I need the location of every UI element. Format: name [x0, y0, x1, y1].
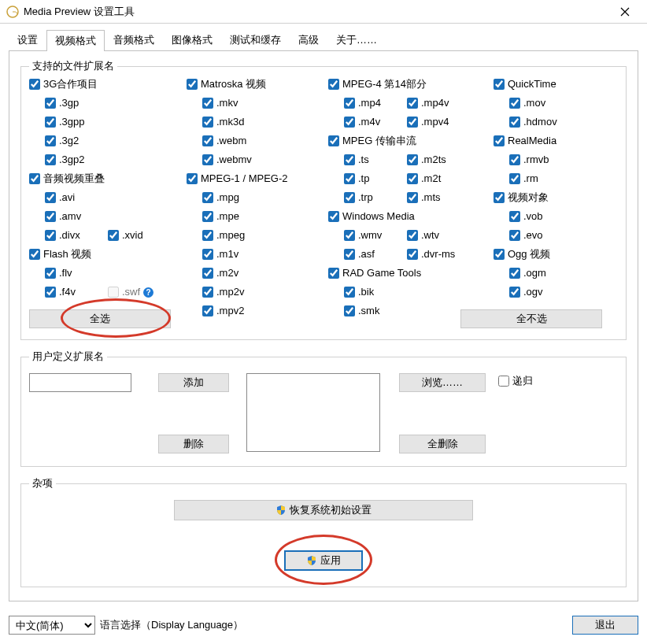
- ext-asf[interactable]: .asf: [344, 248, 375, 261]
- ext-trp[interactable]: .trp: [344, 191, 373, 204]
- ext-divx[interactable]: .divx: [45, 229, 80, 242]
- ext-dvrms[interactable]: .dvr-ms: [407, 248, 455, 261]
- ext-webm[interactable]: .webm: [202, 135, 246, 147]
- tab-3[interactable]: 图像格式: [163, 29, 221, 50]
- help-icon[interactable]: ?: [143, 287, 153, 298]
- ext-3gpp[interactable]: .3gpp: [45, 116, 85, 128]
- ext-label: .dvr-ms: [421, 248, 455, 261]
- ext-RealMedia[interactable]: RealMedia: [494, 135, 556, 147]
- delete-button[interactable]: 删除: [158, 435, 229, 453]
- window-title: Media Preview 设置工具: [24, 5, 608, 19]
- userdef-list[interactable]: [246, 373, 380, 452]
- ext-label: .tp: [358, 172, 369, 185]
- ext-mk3d[interactable]: .mk3d: [202, 116, 244, 128]
- ext-label: .mp4: [358, 97, 381, 109]
- ext-ogv[interactable]: .ogv: [509, 286, 543, 298]
- ext-bik[interactable]: .bik: [344, 286, 374, 298]
- ext-MPEG414[interactable]: MPEG-4 第14部分: [328, 78, 427, 91]
- ext-label: .divx: [59, 229, 80, 242]
- ext-rmvb[interactable]: .rmvb: [509, 154, 549, 166]
- ext-mov[interactable]: .mov: [509, 97, 545, 109]
- ext-[interactable]: 视频对象: [494, 191, 549, 204]
- ext-MPEG1MPEG2[interactable]: MPEG-1 / MPEG-2: [187, 172, 288, 185]
- ext-3gp[interactable]: .3gp: [45, 97, 79, 109]
- ext-rm[interactable]: .rm: [509, 172, 538, 185]
- restore-defaults-button[interactable]: 恢复系统初始设置: [174, 500, 473, 520]
- ext-label: QuickTime: [508, 78, 556, 91]
- ext-mpe[interactable]: .mpe: [202, 210, 239, 223]
- ext-wtv[interactable]: .wtv: [407, 229, 439, 242]
- ext-mpg[interactable]: .mpg: [202, 191, 239, 204]
- ext-mp2v[interactable]: .mp2v: [202, 286, 244, 298]
- ext-m1v[interactable]: .m1v: [202, 248, 238, 261]
- ext-flv[interactable]: .flv: [45, 267, 72, 279]
- apply-label: 应用: [320, 553, 341, 568]
- browse-button[interactable]: 浏览……: [399, 373, 486, 392]
- ext-wmv[interactable]: .wmv: [344, 229, 382, 242]
- ext-hdmov[interactable]: .hdmov: [509, 116, 557, 128]
- ext-label: Windows Media: [342, 210, 415, 223]
- language-select[interactable]: 中文(简体): [9, 616, 95, 635]
- delete-all-button[interactable]: 全删除: [399, 435, 486, 453]
- ext-Matroska[interactable]: Matroska 视频: [187, 78, 266, 91]
- ext-3g2[interactable]: .3g2: [45, 135, 79, 147]
- ext-mkv[interactable]: .mkv: [202, 97, 238, 109]
- ext-evo[interactable]: .evo: [509, 229, 543, 242]
- ext-m2t[interactable]: .m2t: [407, 172, 441, 185]
- userdef-input[interactable]: [29, 373, 131, 392]
- ext-label: RAD Game Tools: [342, 267, 421, 279]
- ext-ogm[interactable]: .ogm: [509, 267, 546, 279]
- ext-webmv[interactable]: .webmv: [202, 154, 252, 166]
- tab-6[interactable]: 关于……: [327, 29, 386, 50]
- ext-label: .m2v: [216, 267, 238, 279]
- ext-3gp2[interactable]: .3gp2: [45, 154, 85, 166]
- ext-mp4v[interactable]: .mp4v: [407, 97, 449, 109]
- ext-mts[interactable]: .mts: [407, 191, 441, 204]
- ext-3G[interactable]: 3G合作项目: [29, 78, 98, 91]
- ext-Ogg[interactable]: Ogg 视频: [494, 248, 550, 261]
- ext-label: 音频视频重叠: [43, 172, 105, 185]
- ext-QuickTime[interactable]: QuickTime: [494, 78, 556, 91]
- ext-ts[interactable]: .ts: [344, 154, 369, 166]
- ext-[interactable]: 音频视频重叠: [29, 172, 105, 185]
- ext-label: .ts: [358, 154, 369, 166]
- recursive-label: 递归: [512, 375, 533, 387]
- tab-4[interactable]: 测试和缓存: [221, 29, 290, 50]
- select-all-button[interactable]: 全选: [29, 309, 171, 328]
- apply-button[interactable]: 应用: [284, 550, 363, 571]
- ext-label: .mpe: [216, 210, 239, 223]
- select-none-button[interactable]: 全不选: [460, 309, 602, 328]
- ext-mpv4[interactable]: .mpv4: [407, 116, 449, 128]
- ext-smk[interactable]: .smk: [344, 305, 379, 317]
- ext-MPEG[interactable]: MPEG 传输串流: [328, 135, 416, 147]
- ext-RADGameTools[interactable]: RAD Game Tools: [328, 267, 421, 279]
- ext-Flash[interactable]: Flash 视频: [29, 248, 91, 261]
- tab-5[interactable]: 高级: [290, 29, 327, 50]
- ext-amv[interactable]: .amv: [45, 210, 81, 223]
- ext-mpeg[interactable]: .mpeg: [202, 229, 245, 242]
- ext-vob[interactable]: .vob: [509, 210, 543, 223]
- supported-legend: 支持的文件扩展名: [29, 59, 117, 73]
- close-button[interactable]: [608, 1, 642, 23]
- tab-page-video-formats: 支持的文件扩展名 全选 全不选 3G合作项目.3gp.3gpp.3g2.3gp2…: [9, 50, 638, 601]
- ext-m2v[interactable]: .m2v: [202, 267, 238, 279]
- ext-mp4[interactable]: .mp4: [344, 97, 381, 109]
- ext-avi[interactable]: .avi: [45, 191, 75, 204]
- ext-m2ts[interactable]: .m2ts: [407, 154, 446, 166]
- ext-label: .mk3d: [216, 116, 244, 128]
- ext-WindowsMedia[interactable]: Windows Media: [328, 210, 415, 223]
- ext-label: .wmv: [358, 229, 382, 242]
- ext-xvid[interactable]: .xvid: [108, 229, 143, 242]
- ext-f4v[interactable]: .f4v: [45, 286, 76, 298]
- tab-1[interactable]: 视频格式: [46, 30, 105, 51]
- ext-mpv2[interactable]: .mpv2: [202, 305, 244, 317]
- add-button[interactable]: 添加: [158, 373, 229, 392]
- tab-2[interactable]: 音频格式: [105, 29, 163, 50]
- recursive-checkbox[interactable]: 递归: [498, 375, 533, 387]
- ext-label: .mkv: [216, 97, 238, 109]
- ext-m4v[interactable]: .m4v: [344, 116, 380, 128]
- ext-tp[interactable]: .tp: [344, 172, 369, 185]
- exit-button[interactable]: 退出: [572, 616, 638, 635]
- ext-label: 视频对象: [508, 191, 549, 204]
- tab-0[interactable]: 设置: [9, 29, 46, 50]
